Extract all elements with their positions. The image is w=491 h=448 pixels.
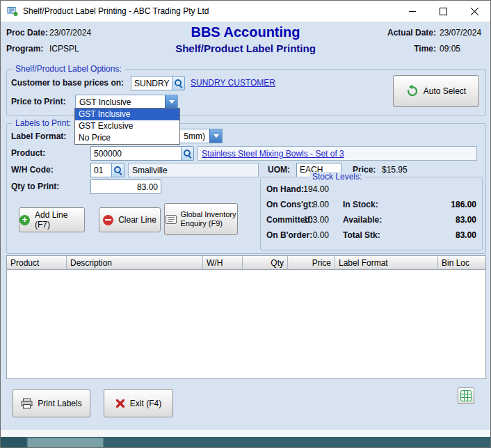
wh-code-label: W/H Code:	[11, 165, 54, 175]
minimize-icon	[409, 11, 416, 12]
wh-name-box: Smallville	[128, 163, 259, 177]
in-stock-label: In Stock:	[343, 200, 378, 209]
price-to-print-combo[interactable]: GST Inclusive	[75, 95, 178, 109]
excel-export-button[interactable]	[458, 387, 474, 404]
chevron-down-icon	[214, 134, 219, 138]
labels-group-title: Labels to Print:	[13, 118, 74, 128]
window-controls	[396, 1, 490, 22]
wh-code-input[interactable]	[90, 163, 112, 177]
on-consgt-value: 8.00	[289, 200, 329, 209]
title-bar: Shelf/Product Label Printing - ABC Tradi…	[1, 1, 490, 22]
column-header-qty: Qty	[243, 256, 288, 269]
add-line-button[interactable]: + Add Line (F7)	[19, 207, 85, 232]
on-hand-value: 194.00	[289, 184, 329, 194]
on-border-value: 0.00	[289, 230, 329, 240]
label-format-value: 5mm)	[184, 131, 205, 141]
committed-value: 103.00	[289, 215, 329, 225]
price-combo-arrow-button[interactable]	[165, 95, 177, 109]
qty-to-print-input[interactable]	[90, 179, 161, 194]
actual-date-value: 23/07/2024	[440, 28, 481, 38]
total-stk-label: Total Stk:	[343, 230, 380, 240]
column-header-product: Product	[7, 256, 67, 269]
product-name-box: Stainless Steel Mixing Bowls - Set of 3	[198, 146, 477, 161]
clear-line-button[interactable]: Clear Line	[99, 207, 161, 232]
price-option-gst-exclusive[interactable]: GST Exclusive	[75, 120, 179, 132]
taskbar-start-area[interactable]	[1, 437, 26, 448]
global-inventory-label: Global Inventory Enquiry (F9)	[180, 210, 236, 228]
print-labels-button[interactable]: Print Labels	[13, 389, 90, 417]
price-option-no-price[interactable]: No Price	[75, 132, 179, 144]
price-dropdown-list: GST Inclusive GST Exclusive No Price	[74, 108, 180, 145]
available-label: Available:	[343, 215, 382, 225]
exit-label: Exit (F4)	[130, 399, 161, 408]
product-name-link[interactable]: Stainless Steel Mixing Bowls - Set of 3	[202, 149, 344, 159]
label-format-label: Label Format:	[11, 131, 66, 141]
search-icon	[183, 149, 192, 158]
price-option-gst-inclusive[interactable]: GST Inclusive	[75, 109, 179, 120]
stock-levels-group: Stock Levels: On Hand: 194.00 On Cons'gt…	[260, 177, 483, 250]
column-header-price: Price	[288, 256, 335, 269]
minimize-button[interactable]	[396, 1, 428, 22]
price-to-print-label: Price to Print:	[11, 97, 66, 106]
customer-name-link[interactable]: SUNDRY CUSTOMER	[191, 78, 275, 88]
global-inventory-button[interactable]: Global Inventory Enquiry (F9)	[164, 203, 238, 235]
inventory-grid-icon	[166, 215, 177, 224]
exit-button[interactable]: Exit (F4)	[104, 389, 173, 417]
product-code-input[interactable]	[90, 146, 182, 161]
column-header-description: Description	[67, 256, 203, 269]
taskbar	[1, 437, 491, 448]
app-window: Shelf/Product Label Printing - ABC Tradi…	[0, 0, 491, 448]
lines-table-body	[6, 270, 486, 379]
close-icon	[471, 7, 479, 15]
maximize-icon	[440, 8, 447, 15]
product-lookup-button[interactable]	[181, 146, 194, 161]
app-icon	[7, 6, 18, 17]
column-header-label-format: Label Format	[335, 256, 438, 269]
auto-select-button[interactable]: Auto Select	[393, 75, 479, 107]
close-button[interactable]	[459, 1, 490, 22]
customer-label: Customer to base prices on:	[11, 78, 124, 88]
auto-select-icon	[406, 85, 419, 97]
qty-to-print-label: Qty to Print:	[11, 182, 59, 191]
column-header-bin-loc: Bin Loc	[438, 256, 485, 269]
window-title: Shelf/Product Label Printing - ABC Tradi…	[23, 6, 209, 16]
available-value: 83.00	[426, 215, 476, 225]
lines-table-header: Product Description W/H Qty Price Label …	[6, 255, 486, 270]
auto-select-label: Auto Select	[424, 86, 466, 96]
unit-price-value: $15.95	[382, 165, 408, 175]
time-value: 09:05	[440, 44, 460, 54]
taskbar-app-button[interactable]	[27, 438, 104, 448]
total-stk-value: 83.00	[426, 230, 476, 240]
wh-lookup-button[interactable]	[111, 163, 124, 177]
search-icon	[113, 166, 122, 175]
time-label: Time:	[376, 44, 436, 54]
in-stock-value: 186.00	[426, 200, 476, 209]
search-icon	[174, 79, 183, 88]
column-header-wh: W/H	[203, 256, 243, 269]
customer-lookup-button[interactable]	[172, 76, 185, 90]
red-x-icon	[115, 399, 125, 408]
customer-code-input[interactable]	[131, 76, 172, 90]
price-to-print-value: GST Inclusive	[79, 97, 131, 107]
plus-icon: +	[19, 215, 30, 225]
global-inventory-label-line2: Enquiry (F9)	[180, 219, 236, 228]
clear-line-label: Clear Line	[118, 215, 156, 225]
label-format-combo-arrow-button[interactable]	[209, 129, 222, 143]
clear-icon	[103, 215, 113, 225]
product-label: Product:	[11, 148, 45, 158]
stock-levels-title: Stock Levels:	[309, 172, 364, 182]
window-bottom-edge	[1, 430, 491, 437]
chevron-down-icon	[169, 100, 175, 104]
printer-icon	[21, 398, 33, 409]
spreadsheet-icon	[460, 390, 472, 401]
options-group-title: Shelf/Product Label Options:	[13, 64, 124, 74]
print-labels-label: Print Labels	[38, 399, 81, 408]
add-line-label: Add Line (F7)	[35, 210, 84, 230]
maximize-button[interactable]	[428, 1, 459, 22]
uom-label: UOM:	[268, 165, 290, 175]
global-inventory-label-line1: Global Inventory	[180, 210, 236, 219]
actual-date-label: Actual Date:	[376, 28, 436, 38]
